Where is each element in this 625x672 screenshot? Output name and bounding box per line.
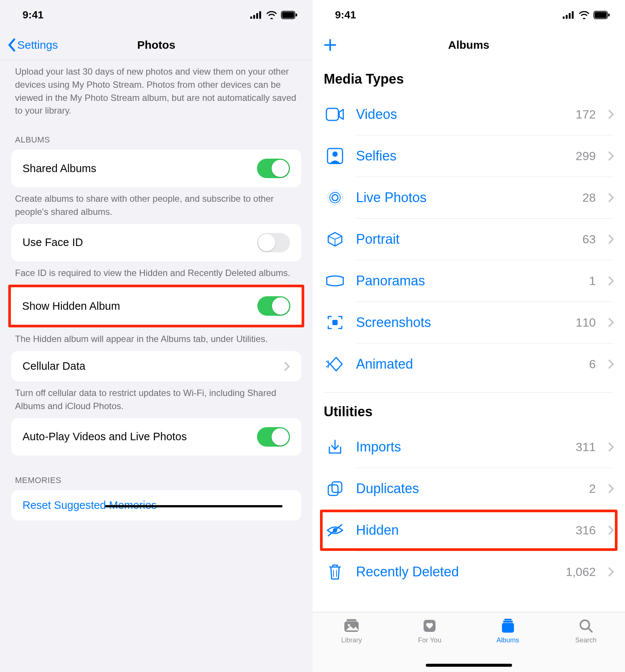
video-icon [324,108,346,121]
chevron-right-icon [608,526,614,535]
row-label: Portrait [356,231,572,247]
svg-rect-5 [282,12,294,18]
reset-memories-cell[interactable]: Reset Suggested Memories [11,490,301,520]
reset-memories-label: Reset Suggested Memories [23,499,157,512]
battery-icon [593,11,610,19]
row-count: 316 [576,524,596,537]
svg-rect-13 [608,14,610,16]
svg-point-18 [332,152,338,157]
tab-foryou[interactable]: For You [400,618,460,644]
row-recently-deleted[interactable]: Recently Deleted 1,062 [324,551,614,592]
row-portrait[interactable]: Portrait 63 [324,219,614,260]
show-hidden-album-cell[interactable]: Show Hidden Album [11,287,302,325]
svg-rect-10 [572,11,574,19]
portrait-icon [324,231,346,248]
autoplay-label: Auto-Play Videos and Live Photos [23,430,187,443]
row-selfies[interactable]: Selfies 299 [324,135,614,177]
animated-icon [324,356,346,372]
use-faceid-footer: Face ID is required to view the Hidden a… [0,261,312,285]
autoplay-toggle[interactable] [257,427,290,447]
chevron-right-icon [608,110,614,119]
chevron-right-icon [608,235,614,244]
row-count: 172 [576,108,596,122]
live-photos-icon [324,189,346,206]
chevron-right-icon [608,193,614,202]
cellular-icon [250,11,262,19]
svg-rect-27 [328,485,338,495]
battery-icon [281,11,297,19]
home-indicator[interactable] [426,664,512,667]
show-hidden-toggle[interactable] [257,296,290,316]
show-hidden-label: Show Hidden Album [22,300,120,312]
svg-rect-8 [566,15,568,19]
albums-icon [500,618,516,634]
chevron-right-icon [608,567,614,576]
svg-line-22 [328,236,335,239]
duplicates-icon [324,480,346,497]
back-label: Settings [17,39,58,51]
row-panoramas[interactable]: Panoramas 1 [324,260,614,302]
svg-rect-16 [326,108,338,120]
svg-rect-3 [259,11,261,19]
row-imports[interactable]: Imports 311 [324,426,614,468]
svg-line-30 [328,525,342,536]
status-icons [250,11,297,19]
hidden-eye-icon [324,523,346,537]
row-videos[interactable]: Videos 172 [324,94,614,135]
status-icons [563,11,610,19]
foryou-icon [422,618,437,634]
tab-label: Search [575,636,596,644]
autoplay-cell[interactable]: Auto-Play Videos and Live Photos [11,418,301,456]
screenshot-icon [324,314,346,331]
row-duplicates[interactable]: Duplicates 2 [324,468,614,509]
svg-rect-25 [332,320,338,325]
add-button[interactable] [312,39,337,51]
row-animated[interactable]: Animated 6 [324,344,614,385]
chevron-right-icon [284,362,290,371]
back-button[interactable]: Settings [0,38,58,52]
status-time: 9:41 [335,9,356,21]
svg-line-41 [588,628,592,632]
albums-section-header: Albums [0,123,312,150]
page-title: Albums [312,39,625,51]
imports-icon [324,439,346,455]
cellular-data-label: Cellular Data [23,360,86,372]
row-count: 1 [589,274,596,288]
chevron-right-icon [608,442,614,452]
shared-albums-label: Shared Albums [23,162,96,175]
row-live-photos[interactable]: Live Photos 28 [324,177,614,218]
tab-search[interactable]: Search [556,618,616,644]
svg-rect-1 [253,15,255,19]
memories-section-header: Memories [0,456,312,490]
row-label: Panoramas [356,273,579,289]
row-label: Live Photos [356,190,572,206]
shared-albums-cell[interactable]: Shared Albums [11,150,301,187]
tab-library[interactable]: Library [322,618,382,644]
plus-icon [324,39,337,51]
tab-label: Albums [497,636,519,644]
svg-rect-6 [296,14,297,16]
row-screenshots[interactable]: Screenshots 110 [324,302,614,343]
chevron-right-icon [608,484,614,493]
row-count: 299 [576,149,596,163]
svg-rect-0 [250,16,252,19]
svg-point-20 [330,192,340,203]
shared-albums-footer: Create albums to share with other people… [0,187,312,224]
row-label: Hidden [356,522,566,538]
nav-bar: Albums [312,30,625,60]
row-label: Imports [356,439,566,455]
use-faceid-cell[interactable]: Use Face ID [11,224,301,261]
row-count: 1,062 [566,565,596,579]
svg-rect-12 [595,12,607,18]
use-faceid-toggle[interactable] [257,233,290,252]
row-hidden[interactable]: Hidden 316 [324,510,614,551]
shared-albums-toggle[interactable] [257,159,290,178]
tab-bar: Library For You Albums Search [312,612,625,672]
svg-line-23 [335,236,342,239]
tab-albums[interactable]: Albums [478,618,538,644]
row-count: 311 [576,440,596,454]
svg-rect-39 [504,619,512,620]
show-hidden-footer: The Hidden album will appear in the Albu… [0,327,312,351]
cellular-data-cell[interactable]: Cellular Data [11,351,301,381]
svg-rect-2 [256,13,258,19]
